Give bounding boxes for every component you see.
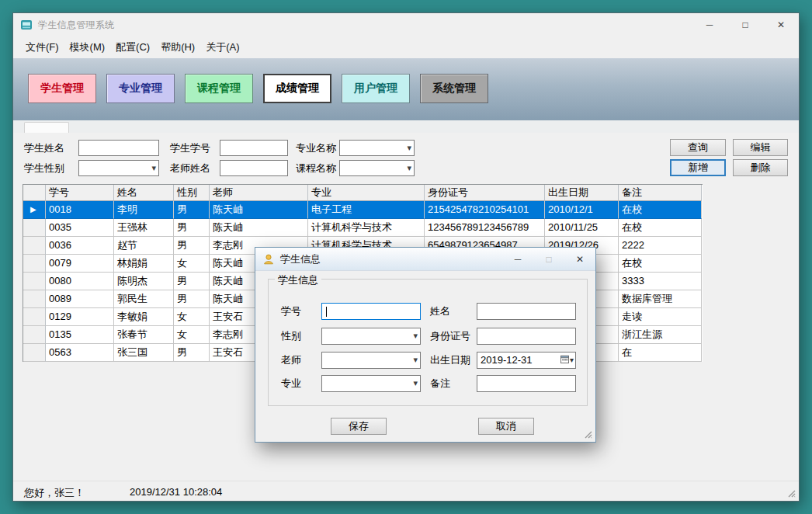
grid-row[interactable]: 0035王强林男陈天岫计算机科学与技术123456789123456789201… [23, 219, 703, 237]
grid-cell[interactable]: 0089 [46, 290, 114, 308]
grid-cell[interactable]: 男 [174, 344, 210, 362]
grid-cell[interactable]: 林娟娟 [114, 255, 174, 273]
menu-item-help[interactable]: 帮助(H) [155, 36, 200, 58]
grid-cell[interactable]: 男 [174, 290, 210, 308]
grid-cell[interactable]: 陈天岫 [210, 219, 308, 237]
edit-button[interactable]: 编辑 [733, 139, 788, 156]
grid-cell[interactable]: 男 [174, 219, 210, 237]
gender-select[interactable]: ▾ [321, 328, 421, 345]
major-select[interactable]: ▾ [321, 375, 421, 392]
grid-cell[interactable]: 0563 [46, 344, 114, 362]
student-name-filter-input[interactable] [78, 140, 159, 156]
row-selector[interactable] [23, 273, 46, 290]
row-selector[interactable] [23, 219, 46, 237]
grid-cell[interactable]: 在校 [619, 255, 702, 273]
save-button[interactable]: 保存 [331, 418, 387, 435]
grid-cell[interactable]: 0135 [46, 326, 114, 344]
dialog-close-button[interactable]: ✕ [564, 248, 595, 270]
grid-column-header[interactable]: 专业 [308, 185, 425, 201]
grid-cell[interactable]: 0018 [46, 201, 114, 219]
grid-column-header[interactable]: 出生日期 [545, 185, 619, 201]
grid-cell[interactable]: 赵节 [114, 237, 174, 255]
grid-cell[interactable]: 2010/12/1 [545, 201, 619, 219]
toolbar-button-major-mgmt[interactable]: 专业管理 [106, 74, 175, 103]
grid-cell[interactable]: 3333 [619, 273, 702, 290]
grid-cell[interactable]: 男 [174, 201, 210, 219]
student-name-input[interactable] [477, 303, 576, 320]
grid-column-header[interactable]: 老师 [210, 185, 308, 201]
row-selector-current[interactable]: ▶ [23, 201, 46, 219]
course-name-filter-select[interactable]: ▾ [339, 160, 415, 176]
grid-cell[interactable]: 女 [174, 255, 210, 273]
grid-cell[interactable]: 王强林 [114, 219, 174, 237]
grid-cell[interactable]: 女 [174, 326, 210, 344]
grid-cell[interactable]: 男 [174, 237, 210, 255]
grid-cell[interactable]: 男 [174, 273, 210, 290]
grid-corner-cell[interactable] [23, 185, 46, 201]
grid-cell[interactable]: 0035 [46, 219, 114, 237]
grid-column-header[interactable]: 身份证号 [425, 185, 545, 201]
grid-cell[interactable]: 数据库管理 [619, 290, 702, 308]
remark-input[interactable] [477, 375, 576, 392]
grid-column-header[interactable]: 姓名 [114, 185, 174, 201]
grid-cell[interactable]: 张三国 [114, 344, 174, 362]
student-no-input[interactable] [321, 303, 421, 320]
grid-row[interactable]: ▶0018李明男陈天岫电子工程2154254782102541012010/12… [23, 201, 703, 219]
toolbar-button-system-mgmt[interactable]: 系统管理 [420, 74, 488, 103]
menu-item-file[interactable]: 文件(F) [20, 36, 64, 58]
teacher-select[interactable]: ▾ [321, 352, 421, 369]
maximize-button[interactable]: □ [727, 13, 763, 36]
grid-cell[interactable]: 在校 [619, 201, 702, 219]
row-selector[interactable] [23, 326, 46, 344]
grid-cell[interactable]: 走读 [619, 308, 702, 326]
tab-blank[interactable] [24, 122, 69, 133]
toolbar-button-score-mgmt[interactable]: 成绩管理 [263, 74, 331, 103]
toolbar-button-student-mgmt[interactable]: 学生管理 [28, 74, 96, 103]
teacher-name-filter-input[interactable] [220, 160, 288, 176]
add-button[interactable]: 新增 [670, 159, 726, 176]
grid-cell[interactable]: 电子工程 [308, 201, 425, 219]
minimize-button[interactable]: ─ [692, 13, 727, 36]
close-button[interactable]: ✕ [763, 13, 799, 36]
menu-item-module[interactable]: 模块(M) [64, 36, 111, 58]
grid-cell[interactable]: 215425478210254101 [425, 201, 545, 219]
grid-cell[interactable]: 0036 [46, 237, 114, 255]
delete-button[interactable]: 删除 [733, 159, 788, 176]
cancel-button[interactable]: 取消 [478, 418, 534, 435]
grid-cell[interactable]: 2010/11/25 [545, 219, 619, 237]
grid-cell[interactable]: 陈明杰 [114, 273, 174, 290]
grid-cell[interactable]: 浙江生源 [619, 326, 702, 344]
birth-date-picker[interactable]: 2019-12-31 ▾ [477, 352, 576, 369]
grid-cell[interactable]: 郭民生 [114, 290, 174, 308]
query-button[interactable]: 查询 [670, 139, 726, 156]
grid-cell[interactable]: 123456789123456789 [425, 219, 545, 237]
window-resize-grip[interactable] [786, 488, 796, 498]
grid-column-header[interactable]: 性别 [174, 185, 210, 201]
menu-item-config[interactable]: 配置(C) [110, 36, 155, 58]
grid-cell[interactable]: 张春节 [114, 326, 174, 344]
row-selector[interactable] [23, 308, 46, 326]
grid-column-header[interactable]: 备注 [619, 185, 702, 201]
grid-cell[interactable]: 0079 [46, 255, 114, 273]
grid-cell[interactable]: 计算机科学与技术 [308, 219, 425, 237]
grid-cell[interactable]: 在校 [619, 219, 702, 237]
student-no-filter-input[interactable] [220, 140, 288, 156]
row-selector[interactable] [23, 290, 46, 308]
dialog-minimize-button[interactable]: ─ [502, 248, 533, 270]
grid-cell[interactable]: 2222 [619, 237, 702, 255]
chevron-down-icon[interactable]: ▾ [570, 353, 574, 368]
row-selector[interactable] [23, 344, 46, 362]
grid-column-header[interactable]: 学号 [46, 185, 114, 201]
student-gender-filter-select[interactable]: ▾ [78, 160, 159, 176]
grid-cell[interactable]: 李敏娟 [114, 308, 174, 326]
grid-cell[interactable]: 陈天岫 [210, 201, 308, 219]
grid-cell[interactable]: 女 [174, 308, 210, 326]
grid-cell[interactable]: 0080 [46, 273, 114, 290]
major-name-filter-select[interactable]: ▾ [339, 140, 415, 156]
row-selector[interactable] [23, 255, 46, 273]
menu-item-about[interactable]: 关于(A) [200, 36, 245, 58]
toolbar-button-user-mgmt[interactable]: 用户管理 [342, 74, 410, 103]
grid-cell[interactable]: 李明 [114, 201, 174, 219]
toolbar-button-course-mgmt[interactable]: 课程管理 [185, 74, 253, 103]
id-card-input[interactable] [477, 328, 576, 345]
